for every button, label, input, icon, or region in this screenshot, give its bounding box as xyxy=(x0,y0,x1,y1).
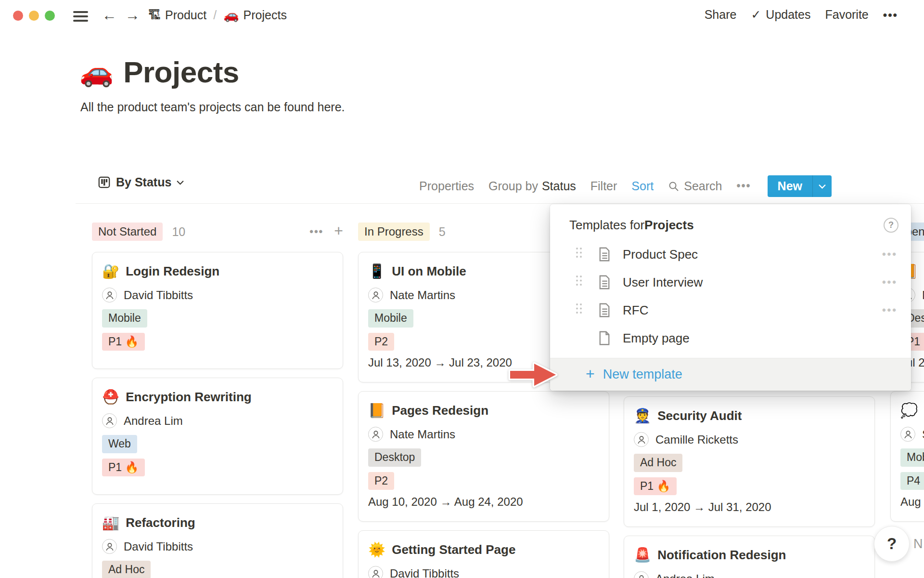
priority-tag: P1 🔥 xyxy=(102,333,145,351)
person-name: David Tibbitts xyxy=(124,289,193,302)
column-more-icon[interactable]: ••• xyxy=(309,225,323,238)
template-more-icon[interactable]: ••• xyxy=(882,304,898,316)
card-emoji: 🚨 xyxy=(634,548,651,562)
person-name: Camille Ricketts xyxy=(655,433,738,447)
template-more-icon[interactable]: ••• xyxy=(882,248,898,261)
template-item-label: User Interview xyxy=(623,275,703,290)
project-card-login-redesign[interactable]: 🔐 Login Redesign David Tibbitts Mobile P… xyxy=(92,252,343,369)
breadcrumb-projects[interactable]: Projects xyxy=(244,8,287,22)
avatar xyxy=(634,432,649,447)
popup-title-bold: Projects xyxy=(644,218,694,233)
column-add-icon[interactable]: + xyxy=(334,222,343,240)
sort-button[interactable]: Sort xyxy=(631,179,654,193)
card-title: Encryption Rewriting xyxy=(126,390,251,405)
card-emoji: 📙 xyxy=(368,404,385,418)
popup-title-prefix: Templates for xyxy=(569,218,644,233)
priority-tag: P2 xyxy=(368,333,394,351)
group-by-label: Group by xyxy=(488,179,538,193)
drag-handle-icon[interactable] xyxy=(575,302,584,318)
person-name: Nate Martins xyxy=(390,289,455,302)
chevron-down-icon xyxy=(819,184,826,189)
sidebar-menu-icon[interactable] xyxy=(73,11,88,24)
project-card-security-audit[interactable]: 👮 Security Audit Camille Ricketts Ad Hoc… xyxy=(624,396,875,527)
search-icon xyxy=(668,181,680,192)
annotation-arrow-icon xyxy=(508,360,558,389)
traffic-light-minimize-icon[interactable] xyxy=(29,11,39,21)
traffic-light-zoom-icon[interactable] xyxy=(45,11,55,21)
new-button-chevron[interactable] xyxy=(812,175,832,197)
platform-tag: Mobile xyxy=(900,448,924,467)
page-icon xyxy=(598,247,611,262)
filter-button[interactable]: Filter xyxy=(590,179,617,193)
toolbar-more-icon[interactable]: ••• xyxy=(736,180,751,193)
window-top-bar: ← → 🏗 Product / 🚗 Projects Share ✓ Updat… xyxy=(0,0,924,31)
product-emoji-icon: 🏗 xyxy=(148,8,161,23)
new-button-label[interactable]: New xyxy=(768,175,812,197)
platform-tag: Ad Hoc xyxy=(634,454,682,472)
template-more-icon[interactable]: ••• xyxy=(882,276,898,289)
person-name: David Tibbitts xyxy=(124,540,193,553)
drag-handle-icon[interactable] xyxy=(575,247,584,262)
drag-handle-icon[interactable] xyxy=(575,275,584,290)
project-card-notification-redesign[interactable]: 🚨 Notification Redesign Andrea Lim xyxy=(624,536,875,578)
breadcrumb-separator: / xyxy=(211,8,219,22)
person-name: Andrea Lim xyxy=(124,414,183,428)
column-count: 5 xyxy=(439,225,446,239)
search-button[interactable]: Search xyxy=(668,179,722,193)
page-icon-emoji[interactable]: 🚗 xyxy=(79,58,114,86)
window-more-icon[interactable]: ••• xyxy=(883,8,898,22)
group-by-button[interactable]: Group by Status xyxy=(488,179,576,193)
project-card-getting-started-page[interactable]: 🌞 Getting Started Page David Tibbitts xyxy=(358,530,609,578)
traffic-light-close-icon[interactable] xyxy=(13,11,23,21)
new-template-button[interactable]: + New template xyxy=(550,358,911,391)
new-template-label: New template xyxy=(603,367,682,382)
template-item-label: Product Spec xyxy=(623,247,698,262)
view-selector-label: By Status xyxy=(116,175,171,189)
card-emoji: 📱 xyxy=(368,264,385,278)
platform-tag: Desktop xyxy=(368,448,421,467)
forward-icon[interactable]: → xyxy=(125,7,140,24)
project-card-encryption-rewriting[interactable]: ⛑️ Encryption Rewriting Andrea Lim Web P… xyxy=(92,378,343,495)
popup-help-icon[interactable]: ? xyxy=(884,218,898,233)
board-view-icon xyxy=(98,176,111,189)
template-item-rfc[interactable]: RFC ••• xyxy=(550,296,911,324)
card-title: UI on Mobile xyxy=(392,264,466,279)
plus-icon: + xyxy=(586,365,595,383)
favorite-button[interactable]: Favorite xyxy=(825,8,868,22)
empty-page-icon xyxy=(598,331,611,345)
template-item-label: RFC xyxy=(623,303,648,318)
column-header: Not Started 10 ••• + xyxy=(92,222,343,242)
project-card-partial-2[interactable]: 💭 C S Mobile P4 Aug 3 xyxy=(890,391,924,522)
new-button[interactable]: New xyxy=(768,175,832,197)
priority-tag: P4 xyxy=(900,472,924,490)
project-card-refactoring[interactable]: 🏭 Refactoring David Tibbitts Ad Hoc P1 🔥 xyxy=(92,503,343,578)
person-name: Andrea Lim xyxy=(655,572,715,578)
status-badge[interactable]: Not Started xyxy=(92,223,163,241)
group-by-value: Status xyxy=(542,179,576,193)
template-item-empty-page[interactable]: Empty page xyxy=(550,324,911,352)
updates-button[interactable]: ✓ Updates xyxy=(751,8,810,22)
share-button[interactable]: Share xyxy=(705,8,737,22)
page-icon xyxy=(598,303,611,317)
priority-tag: P1 🔥 xyxy=(634,477,677,496)
project-card-pages-redesign[interactable]: 📙 Pages Redesign Nate Martins Desktop P2… xyxy=(358,391,609,522)
date-range: Jul 1, 2020 → Jul 31, 2020 xyxy=(634,500,865,514)
help-button[interactable]: ? xyxy=(874,526,910,562)
avatar xyxy=(634,571,649,578)
view-selector-by-status[interactable]: By Status xyxy=(98,175,184,189)
breadcrumb-product[interactable]: Product xyxy=(165,8,206,22)
platform-tag: Ad Hoc xyxy=(102,561,151,578)
properties-button[interactable]: Properties xyxy=(419,179,474,193)
template-item-product-spec[interactable]: Product Spec ••• xyxy=(550,240,911,268)
card-title: Notification Redesign xyxy=(657,548,786,563)
status-badge[interactable]: In Progress xyxy=(358,223,430,241)
platform-tag: Mobile xyxy=(102,309,147,328)
platform-tag: Web xyxy=(102,435,137,453)
projects-emoji-icon: 🚗 xyxy=(223,8,239,23)
breadcrumb: 🏗 Product / 🚗 Projects xyxy=(148,8,287,23)
person-name: David Tibbitts xyxy=(390,567,459,578)
avatar xyxy=(102,539,117,554)
back-icon[interactable]: ← xyxy=(102,7,117,24)
template-item-user-interview[interactable]: User Interview ••• xyxy=(550,268,911,296)
templates-popup: Templates for Projects ? Product Spec ••… xyxy=(550,204,911,391)
